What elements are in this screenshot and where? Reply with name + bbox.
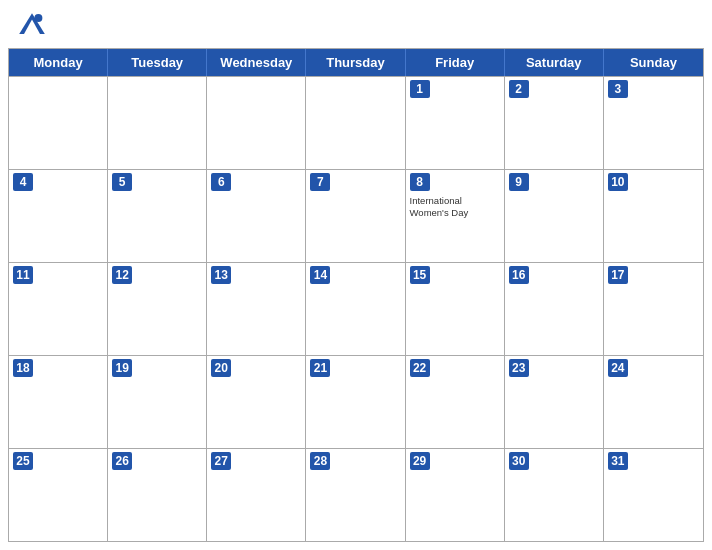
day-cell: 26 (108, 449, 207, 541)
day-cell: 1 (406, 77, 505, 169)
day-number: 17 (608, 266, 628, 284)
day-number: 24 (608, 359, 628, 377)
day-cell: 4 (9, 170, 108, 262)
day-header-thursday: Thursday (306, 49, 405, 76)
day-cell: 12 (108, 263, 207, 355)
day-cell: 23 (505, 356, 604, 448)
day-cell: 18 (9, 356, 108, 448)
day-headers-row: MondayTuesdayWednesdayThursdayFridaySatu… (9, 49, 703, 76)
day-header-wednesday: Wednesday (207, 49, 306, 76)
day-header-monday: Monday (9, 49, 108, 76)
day-number: 5 (112, 173, 132, 191)
day-number: 19 (112, 359, 132, 377)
calendar-page: MondayTuesdayWednesdayThursdayFridaySatu… (0, 0, 712, 550)
day-cell: 29 (406, 449, 505, 541)
day-cell: 17 (604, 263, 703, 355)
day-number: 18 (13, 359, 33, 377)
day-cell: 15 (406, 263, 505, 355)
day-number: 10 (608, 173, 628, 191)
calendar-header (0, 0, 712, 48)
day-number: 30 (509, 452, 529, 470)
day-cell: 11 (9, 263, 108, 355)
day-number: 12 (112, 266, 132, 284)
day-cell (108, 77, 207, 169)
day-cell: 14 (306, 263, 405, 355)
day-number: 15 (410, 266, 430, 284)
calendar-weeks: 12345678International Women's Day9101112… (9, 76, 703, 541)
day-header-friday: Friday (406, 49, 505, 76)
day-number: 31 (608, 452, 628, 470)
day-cell: 5 (108, 170, 207, 262)
week-row-0: 123 (9, 76, 703, 169)
day-cell: 30 (505, 449, 604, 541)
calendar-grid: MondayTuesdayWednesdayThursdayFridaySatu… (8, 48, 704, 542)
day-cell: 31 (604, 449, 703, 541)
day-cell: 21 (306, 356, 405, 448)
day-cell (306, 77, 405, 169)
day-number: 22 (410, 359, 430, 377)
day-cell: 22 (406, 356, 505, 448)
day-header-saturday: Saturday (505, 49, 604, 76)
day-cell: 7 (306, 170, 405, 262)
day-number: 29 (410, 452, 430, 470)
day-number: 3 (608, 80, 628, 98)
day-number: 6 (211, 173, 231, 191)
day-number: 26 (112, 452, 132, 470)
day-number: 4 (13, 173, 33, 191)
day-cell: 20 (207, 356, 306, 448)
day-cell: 24 (604, 356, 703, 448)
day-number: 13 (211, 266, 231, 284)
event-label: International Women's Day (410, 195, 500, 220)
day-number: 8 (410, 173, 430, 191)
day-number: 25 (13, 452, 33, 470)
week-row-3: 18192021222324 (9, 355, 703, 448)
day-number: 21 (310, 359, 330, 377)
day-number: 7 (310, 173, 330, 191)
svg-point-3 (34, 14, 42, 22)
day-number: 1 (410, 80, 430, 98)
day-cell: 8International Women's Day (406, 170, 505, 262)
day-number: 11 (13, 266, 33, 284)
day-cell: 3 (604, 77, 703, 169)
day-cell: 28 (306, 449, 405, 541)
day-number: 14 (310, 266, 330, 284)
day-cell: 6 (207, 170, 306, 262)
day-number: 27 (211, 452, 231, 470)
day-number: 2 (509, 80, 529, 98)
day-header-tuesday: Tuesday (108, 49, 207, 76)
day-cell: 27 (207, 449, 306, 541)
logo-icon (16, 10, 48, 42)
day-cell: 2 (505, 77, 604, 169)
day-cell (207, 77, 306, 169)
week-row-4: 25262728293031 (9, 448, 703, 541)
day-cell: 9 (505, 170, 604, 262)
logo (16, 10, 52, 42)
day-cell: 19 (108, 356, 207, 448)
day-number: 20 (211, 359, 231, 377)
day-cell: 10 (604, 170, 703, 262)
day-header-sunday: Sunday (604, 49, 703, 76)
week-row-1: 45678International Women's Day910 (9, 169, 703, 262)
day-number: 9 (509, 173, 529, 191)
week-row-2: 11121314151617 (9, 262, 703, 355)
day-number: 16 (509, 266, 529, 284)
day-number: 28 (310, 452, 330, 470)
day-number: 23 (509, 359, 529, 377)
day-cell (9, 77, 108, 169)
day-cell: 13 (207, 263, 306, 355)
day-cell: 16 (505, 263, 604, 355)
day-cell: 25 (9, 449, 108, 541)
